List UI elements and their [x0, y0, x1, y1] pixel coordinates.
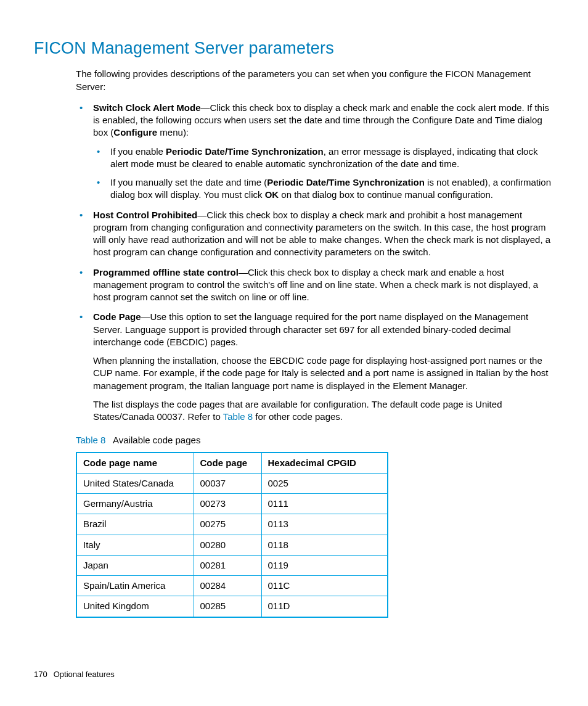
button-name: OK	[265, 189, 279, 200]
list-item-switch-clock: Switch Clock Alert Mode—Click this check…	[76, 102, 554, 202]
table-row: United States/Canada 00037 0025	[76, 473, 388, 493]
page-number: 170	[34, 670, 47, 679]
cell-page: 00275	[194, 514, 261, 535]
table-row: Japan 00281 0119	[76, 555, 388, 575]
param-label: Programmed offline state control	[93, 267, 239, 277]
body-text: If you manually set the date and time (	[110, 177, 267, 187]
body-text: for other code pages.	[253, 411, 343, 422]
table-row: Brazil 00275 0113	[76, 514, 388, 535]
cell-hex: 0025	[261, 473, 388, 493]
column-header: Code page name	[76, 453, 194, 474]
cell-hex: 011D	[261, 596, 388, 617]
table-row: Spain/Latin America 00284 011C	[76, 576, 388, 596]
cell-page: 00284	[194, 576, 261, 596]
list-item-offline-state: Programmed offline state control—Click t…	[76, 266, 554, 304]
cell-page: 00037	[194, 473, 261, 493]
column-header: Code page	[194, 453, 261, 474]
cell-hex: 0118	[261, 535, 388, 555]
option-name: Periodic Date/Time Synchronization	[267, 177, 425, 187]
param-label: Code Page	[93, 311, 141, 322]
parameter-list: Switch Clock Alert Mode—Click this check…	[76, 102, 554, 424]
body-text: menu):	[157, 127, 189, 138]
table-row: Italy 00280 0118	[76, 535, 388, 555]
cell-page: 00273	[194, 494, 261, 514]
body-text: The list displays the code pages that ar…	[93, 398, 554, 424]
table-label: Table 8	[76, 435, 105, 445]
menu-name: Configure	[113, 127, 157, 138]
body-text: on that dialog box to continue manual co…	[279, 189, 493, 200]
list-item: If you enable Periodic Date/Time Synchro…	[93, 146, 554, 171]
code-pages-table: Code page name Code page Hexadecimal CPG…	[76, 452, 388, 618]
cell-hex: 0119	[261, 555, 388, 575]
param-label: Host Control Prohibited	[93, 210, 197, 220]
body-text: When planning the installation, choose t…	[93, 355, 554, 392]
cell-hex: 0111	[261, 494, 388, 514]
table-row: United Kingdom 00285 011D	[76, 596, 388, 617]
cell-name: United Kingdom	[76, 596, 194, 617]
table-header-row: Code page name Code page Hexadecimal CPG…	[76, 453, 388, 474]
page-title: FICON Management Server parameters	[34, 37, 554, 59]
sub-list: If you enable Periodic Date/Time Synchro…	[93, 146, 554, 202]
table-row: Germany/Austria 00273 0111	[76, 494, 388, 514]
cell-name: Japan	[76, 555, 194, 575]
page-footer: 170Optional features	[34, 669, 115, 680]
cell-name: Italy	[76, 535, 194, 555]
cell-hex: 0113	[261, 514, 388, 535]
cell-hex: 011C	[261, 576, 388, 596]
cell-page: 00281	[194, 555, 261, 575]
body-text: —Use this option to set the language req…	[93, 311, 528, 347]
option-name: Periodic Date/Time Synchronization	[166, 146, 324, 157]
table-caption: Table 8 Available code pages	[76, 434, 554, 446]
table-title: Available code pages	[113, 435, 200, 445]
intro-paragraph: The following provides descriptions of t…	[76, 68, 554, 93]
cell-name: Germany/Austria	[76, 494, 194, 514]
cell-name: United States/Canada	[76, 473, 194, 493]
param-label: Switch Clock Alert Mode	[93, 102, 200, 113]
cell-page: 00280	[194, 535, 261, 555]
table-link[interactable]: Table 8	[223, 411, 253, 422]
list-item: If you manually set the date and time (P…	[93, 176, 554, 202]
list-item-host-control: Host Control Prohibited—Click this check…	[76, 209, 554, 259]
cell-name: Brazil	[76, 514, 194, 535]
cell-page: 00285	[194, 596, 261, 617]
list-item-code-page: Code Page—Use this option to set the lan…	[76, 311, 554, 423]
section-name: Optional features	[54, 670, 115, 679]
column-header: Hexadecimal CPGID	[261, 453, 388, 474]
body-text: If you enable	[110, 146, 166, 157]
cell-name: Spain/Latin America	[76, 576, 194, 596]
